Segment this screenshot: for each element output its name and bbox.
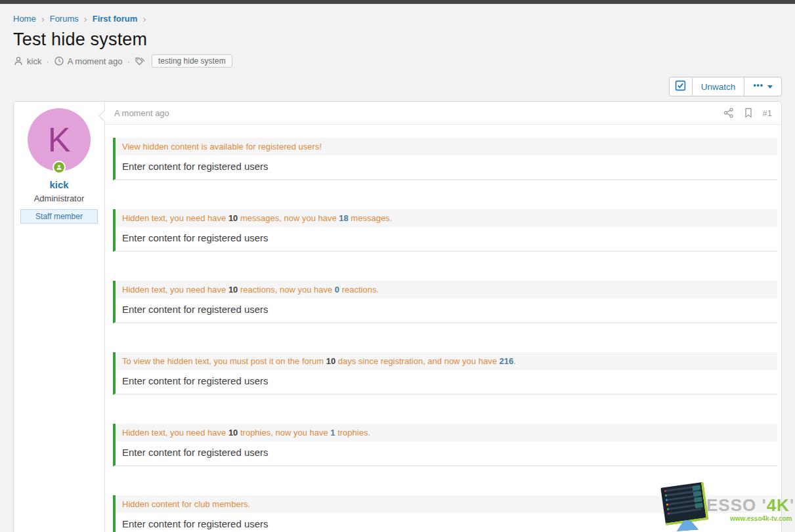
notice-text-segment: days since registration, and now you hav… [335,356,499,366]
hidden-content-body: Enter content for registered users [116,441,777,465]
hidden-content-block: View hidden content is available for reg… [113,138,777,180]
select-checkbox-button[interactable] [669,77,693,96]
notice-text-segment: 18 [339,213,348,223]
notice-text-segment: View hidden content is available for reg… [122,142,322,152]
thread-author[interactable]: kick [27,56,41,66]
clock-icon [54,56,64,66]
hidden-content-block: Hidden text, you need have 10 reactions,… [113,281,777,323]
watermark: ESSO '4K' APPS www.esso4k-tv.com [658,481,795,532]
notice-text-segment: reactions. [339,285,379,295]
staff-member-banner: Staff member [20,209,98,224]
notice-text-segment: reactions, now you have [238,285,334,295]
page-title: Test hide system [13,30,782,50]
hidden-content-notice: Hidden text, you need have 10 trophies, … [116,424,777,441]
notice-text-segment: To view the hidden text, you must post i… [122,356,326,366]
notice-text-segment: 10 [228,213,238,223]
hidden-content-notice: Hidden text, you need have 10 reactions,… [116,281,777,298]
share-icon[interactable] [723,108,734,118]
thread-meta: kick · A moment ago · testing hide syste… [13,54,782,68]
notice-text-segment: . [513,356,516,366]
breadcrumb: Home › Forums › First forum › [13,4,782,24]
meta-separator: · [127,56,130,66]
page-container: Home › Forums › First forum › Test hide … [0,4,795,532]
notice-text-segment: trophies, now you have [238,428,330,438]
breadcrumb-separator: › [142,14,146,24]
notice-text-segment: Hidden content for club members. [122,499,250,509]
ellipsis-icon: ••• [753,81,763,90]
avatar-letter: K [48,120,71,159]
hidden-content-block: Hidden text, you need have 10 messages, … [113,209,777,252]
post-card: K kick Administrator Staff member A mome… [13,101,782,532]
notice-text-segment: 0 [335,285,339,295]
meta-separator: · [46,56,49,66]
notice-text-segment: trophies. [335,428,370,438]
breadcrumb-forums[interactable]: Forums [50,14,79,24]
post-blocks: View hidden content is available for reg… [105,125,781,532]
post-header-tools: #1 [723,108,772,118]
person-icon [13,56,24,66]
watermark-url: www.esso4k-tv.com [730,515,792,522]
more-options-button[interactable]: ••• [744,77,782,96]
notice-text-segment: Hidden text, you need have [122,285,228,295]
hidden-content-notice: Hidden text, you need have 10 messages, … [116,209,777,227]
watermark-brand: ESSO '4K' APPS [706,497,795,514]
post-content-column: A moment ago #1 View hidden content is a… [104,102,781,532]
author-role: Administrator [14,194,104,203]
breadcrumb-home[interactable]: Home [13,14,36,24]
chevron-down-icon [767,85,773,89]
notice-text-segment: 10 [228,428,238,438]
hidden-content-block: To view the hidden text, you must post i… [113,352,777,395]
notice-text-segment: 10 [326,356,335,366]
notice-text-segment: messages, now you have [238,213,339,223]
post-author-sidebar: K kick Administrator Staff member [14,102,104,532]
notice-text-segment: 1 [330,428,335,438]
hidden-content-block: Hidden text, you need have 10 trophies, … [113,424,777,466]
avatar[interactable]: K [28,108,91,171]
notice-text-segment: Hidden text, you need have [122,428,228,438]
notice-text-segment: messages. [349,213,392,223]
hidden-content-body: Enter content for registered users [116,155,777,179]
author-username[interactable]: kick [14,179,104,190]
post-number[interactable]: #1 [763,108,772,118]
notice-text-segment: Hidden text, you need have [122,213,228,223]
monitor-graphic-icon [660,482,708,526]
hidden-content-body: Enter content for registered users [116,370,777,394]
post-time[interactable]: A moment ago [114,108,169,118]
notice-text-segment: 10 [228,285,238,295]
thread-time[interactable]: A moment ago [68,56,123,66]
unwatch-button[interactable]: Unwatch [692,77,745,96]
tags-icon [135,56,146,66]
hidden-content-notice: View hidden content is available for reg… [116,138,777,155]
breadcrumb-first-forum[interactable]: First forum [93,14,138,24]
bookmark-icon[interactable] [744,108,753,118]
notice-text-segment: 216 [500,356,514,366]
hidden-content-body: Enter content for registered users [116,298,777,322]
breadcrumb-separator: › [41,14,45,24]
thread-actions: Unwatch ••• [13,77,782,96]
post-header: A moment ago #1 [105,102,781,125]
thread-tag[interactable]: testing hide system [152,54,232,68]
online-status-icon [53,161,66,174]
hidden-content-body: Enter content for registered users [116,227,777,251]
hidden-content-notice: To view the hidden text, you must post i… [116,352,777,370]
breadcrumb-separator: › [84,14,87,24]
checkbox-icon [675,80,686,93]
